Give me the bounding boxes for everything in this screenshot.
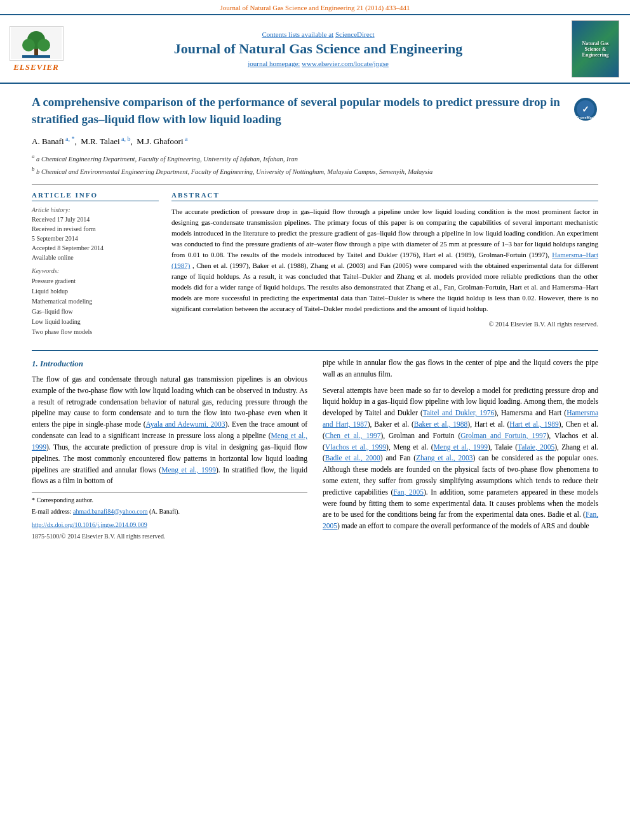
ref-zhang-2003[interactable]: Zhang et al., 2003 [416,454,473,462]
svg-text:CrossMark: CrossMark [575,116,596,119]
cover-image: Natural Gas Science & Engineering [572,20,622,77]
affiliation-2: b b Chemical and Environmental Engineeri… [32,165,598,177]
article-title: A comprehensive comparison of the perfor… [32,94,566,128]
article-history-section: Article history: Received 17 July 2014 R… [32,206,159,262]
right-paragraph-2: Several attempts have been made so far t… [323,385,598,533]
footnote-area: * Corresponding author. E-mail address: … [32,492,307,516]
keywords-list: Pressure gradient Liquid holdup Mathemat… [32,276,159,337]
affiliations: a a Chemical Engineering Department, Fac… [32,152,598,177]
body-content: 1. Introduction The flow of gas and cond… [0,357,630,541]
svg-text:✓: ✓ [582,104,589,114]
email-note: E-mail address: ahmad.banafi84@yahoo.com… [32,507,307,517]
received-date: Received 17 July 2014 Received in revise… [32,215,159,262]
abstract-heading: ABSTRACT [171,191,598,201]
section-divider [32,350,598,351]
right-paragraph-1: pipe while in annular flow the gas flows… [323,357,598,380]
email-link[interactable]: ahmad.banafi84@yahoo.com [73,508,148,515]
svg-rect-5 [22,55,50,58]
doi-link[interactable]: http://dx.doi.org/10.1016/j.jngse.2014.0… [32,520,307,530]
ref-fan-2005a[interactable]: Fan, 2005 [393,488,424,496]
abstract-panel: ABSTRACT The accurate prediction of pres… [171,191,598,337]
body-columns: 1. Introduction The flow of gas and cond… [32,357,598,541]
corresponding-note: * Corresponding author. [32,495,307,505]
copyright-line: © 2014 Elsevier B.V. All rights reserved… [171,321,598,328]
journal-cover-image: Natural Gas Science & Engineering [572,20,619,77]
divider-1 [32,184,598,185]
elsevier-logo-image [10,26,64,61]
ref-vlachos[interactable]: Vlachos et al., 1999 [325,443,386,451]
article-info-panel: ARTICLE INFO Article history: Received 1… [32,191,159,337]
intro-paragraph-1: The flow of gas and condensate through n… [32,374,307,487]
homepage-url[interactable]: www.elsevier.com/locate/jngse [302,60,389,67]
intro-heading: 1. Introduction [32,357,307,370]
header-center: Contents lists available at ScienceDirec… [71,30,565,67]
article-info-heading: ARTICLE INFO [32,191,159,201]
body-left-column: 1. Introduction The flow of gas and cond… [32,357,307,541]
author-2-name: M.R. Talaei [81,137,119,147]
journal-title: Journal of Natural Gas Science and Engin… [71,41,565,57]
ref-fan-2005b[interactable]: Fan, 2005 [323,510,598,530]
elsevier-wordmark: ELSEVIER [13,62,59,72]
authors-line: A. Banafi a, *, M.R. Talaei a, b, M.J. G… [32,135,598,147]
homepage-line: journal homepage: www.elsevier.com/locat… [71,60,565,67]
ref-baker[interactable]: Baker et al., 1988 [414,420,468,428]
ref-meng-1999b[interactable]: Meng et al., 1999 [161,466,216,474]
issn-line: 1875-5100/© 2014 Elsevier B.V. All right… [32,531,307,542]
keywords-section: Keywords: Pressure gradient Liquid holdu… [32,267,159,337]
journal-header: ELSEVIER Contents lists available at Sci… [0,14,630,84]
author-3-name: M.J. Ghafoori [137,137,183,147]
ref-grolman[interactable]: Grolman and Fortuin, 1997 [460,432,546,439]
author-2-sup: a, b [120,135,131,142]
svg-point-3 [22,39,35,51]
info-abstract-columns: ARTICLE INFO Article history: Received 1… [32,191,598,337]
sciencedirect-link[interactable]: ScienceDirect [335,30,375,38]
ref-meng-1999a[interactable]: Meng et al., 1999 [32,432,307,451]
author-3-sup: a [184,135,188,142]
ref-taitel-dukler[interactable]: Taitel and Dukler, 1976 [423,409,494,417]
history-label: Article history: [32,206,159,213]
author-1-sup: a, * [64,135,75,142]
journal-reference: Journal of Natural Gas Science and Engin… [0,0,630,14]
elsevier-logo: ELSEVIER [8,26,65,72]
ref-hart[interactable]: Hart et al., 1989 [509,420,558,428]
ref-badie[interactable]: Badie et al., 2000 [325,454,380,462]
contents-line: Contents lists available at ScienceDirec… [71,30,565,38]
body-right-column: pipe while in annular flow the gas flows… [323,357,598,541]
author-1-name: A. Banafi [32,137,64,147]
ref-ayala[interactable]: Ayala and Adewumi, 2003 [146,420,225,428]
crossmark-icon: ✓ CrossMark [573,97,598,122]
ref-meng-1999c[interactable]: Meng et al., 1999 [434,443,488,451]
keywords-label: Keywords: [32,267,159,274]
svg-point-4 [37,39,50,51]
article-title-row: A comprehensive comparison of the perfor… [32,94,598,128]
abstract-text: The accurate prediction of pressure drop… [171,206,598,314]
elsevier-tree-icon [11,27,62,59]
ref-chen[interactable]: Chen et al., 1997 [325,432,381,439]
ref-talaie[interactable]: Talaie, 2005 [518,443,554,451]
affiliation-1: a a Chemical Engineering Department, Fac… [32,152,598,164]
crossmark-badge[interactable]: ✓ CrossMark [573,97,598,127]
main-content: A comprehensive comparison of the perfor… [0,84,630,343]
